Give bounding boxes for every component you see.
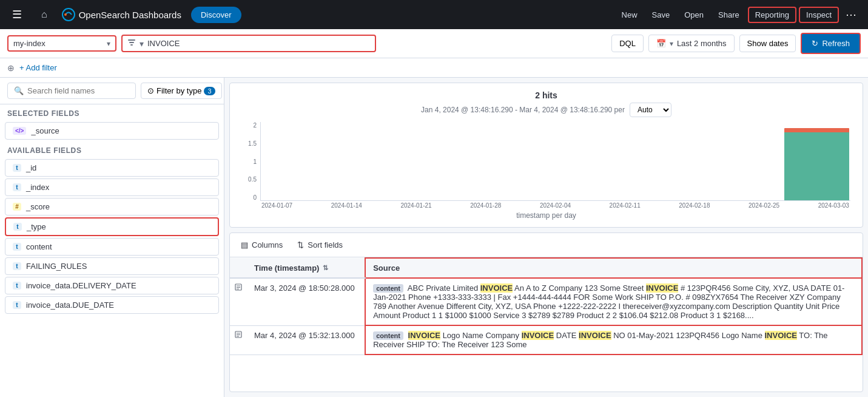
row-expand-icon-1[interactable] <box>232 283 244 294</box>
sidebar: 🔍 ⊙ Filter by type 3 Selected fields </>… <box>0 78 224 397</box>
chart-y-axis: 2 1.5 1 0.5 0 <box>242 122 260 201</box>
content-badge-2: content <box>373 331 403 340</box>
y-label-1-5: 1.5 <box>248 140 257 147</box>
index-selector[interactable]: my-index ▾ <box>7 35 116 52</box>
refresh-button[interactable]: ↻ Refresh <box>801 33 861 54</box>
sort-fields-icon: ⇅ <box>297 240 304 249</box>
field-item-due-date[interactable]: t invoice_data.DUE_DATE <box>5 296 219 314</box>
field-type-t: t <box>13 183 21 191</box>
th-source: Source <box>365 258 862 278</box>
x-label-0121: 2024-01-21 <box>400 202 431 209</box>
app-logo: OpenSearch Dashboards <box>62 8 181 21</box>
filter-by-type-button[interactable]: ⊙ Filter by type 3 <box>141 83 222 99</box>
reporting-link[interactable]: Reporting <box>748 7 796 23</box>
chart-subtitle: Jan 4, 2024 @ 13:48:16.290 - Mar 4, 2024… <box>237 103 855 117</box>
chart-bars <box>260 122 850 201</box>
date-range-picker[interactable]: 📅 ▾ Last 2 months <box>648 35 735 52</box>
field-item-score[interactable]: # _score <box>5 198 219 215</box>
field-item-content[interactable]: t content <box>5 238 219 256</box>
chart-bar-green <box>784 132 849 201</box>
row-expand-cell-1 <box>230 278 247 325</box>
share-link[interactable]: Share <box>712 7 745 23</box>
save-link[interactable]: Save <box>646 7 676 23</box>
row-expand-icon-2[interactable] <box>232 330 244 341</box>
th-source-label: Source <box>373 263 400 273</box>
y-label-0-5: 0.5 <box>248 176 257 183</box>
field-type-t: t <box>13 223 22 231</box>
query-bar[interactable]: ▾ INVOICE <box>121 35 376 52</box>
search-field-wrapper[interactable]: 🔍 <box>7 83 136 99</box>
highlight-invoice-2b: INVOICE <box>522 331 554 340</box>
table-row: Mar 4, 2024 @ 15:32:13.000 content INVOI… <box>230 325 862 355</box>
show-dates-button[interactable]: Show dates <box>739 35 796 52</box>
field-type-hash: # <box>13 203 21 211</box>
new-link[interactable]: New <box>616 7 644 23</box>
th-time: Time (timestamp) ⇅ <box>247 258 365 278</box>
x-label-0211: 2024-02-11 <box>610 202 641 209</box>
document-icon <box>235 283 242 291</box>
sort-fields-button[interactable]: ⇅ Sort fields <box>294 238 346 252</box>
field-item-index[interactable]: t _index <box>5 178 219 196</box>
filter-by-type-label: Filter by type <box>156 86 201 95</box>
y-label-0: 0 <box>253 194 257 201</box>
index-dropdown-icon: ▾ <box>107 39 110 48</box>
chart-hits-title: 2 hits <box>237 90 855 100</box>
x-label-0107: 2024-01-07 <box>261 202 292 209</box>
svg-rect-2 <box>128 39 135 41</box>
field-item-delivery-date[interactable]: t invoice_data.DELIVERY_DATE <box>5 277 219 294</box>
filter-row: ⊕ + Add filter <box>0 58 868 78</box>
table-row: Mar 3, 2024 @ 18:50:28.000 content ABC P… <box>230 278 862 325</box>
source-cell-2: content INVOICE Logo Name Company INVOIC… <box>365 325 862 355</box>
top-navigation: ☰ ⌂ OpenSearch Dashboards Discover New S… <box>0 0 868 29</box>
document-icon <box>235 331 242 338</box>
refresh-label: Refresh <box>822 39 850 48</box>
hamburger-menu-button[interactable]: ☰ <box>7 5 27 24</box>
chart-interval-select[interactable]: Auto Day Week <box>630 103 671 117</box>
field-name-due-date: invoice_data.DUE_DATE <box>26 300 114 310</box>
chart-bars-container: 2024-01-07 2024-01-14 2024-01-21 2024-01… <box>260 122 850 209</box>
svg-point-1 <box>64 13 67 16</box>
svg-rect-4 <box>130 44 133 46</box>
x-label-0128: 2024-01-28 <box>470 202 501 209</box>
query-filter-icon <box>127 38 136 49</box>
field-name-score: _score <box>26 202 50 211</box>
chart-x-axis-title: timestamp per day <box>237 211 855 220</box>
y-label-2: 2 <box>253 122 257 129</box>
results-table-area: ▤ Columns ⇅ Sort fields Time ( <box>229 232 863 392</box>
inspect-link[interactable]: Inspect <box>799 7 839 23</box>
open-link[interactable]: Open <box>678 7 710 23</box>
search-field-input[interactable] <box>27 86 129 95</box>
svg-rect-3 <box>129 42 134 43</box>
field-name-type: _type <box>27 222 46 231</box>
time-value-2: Mar 4, 2024 @ 15:32:13.000 <box>254 331 355 340</box>
content-badge-1: content <box>373 284 403 293</box>
home-button[interactable]: ⌂ <box>36 7 52 22</box>
field-item-type[interactable]: t _type <box>5 217 219 236</box>
add-filter-button[interactable]: + Add filter <box>19 61 57 75</box>
time-cell-1: Mar 3, 2024 @ 18:50:28.000 <box>247 278 365 325</box>
top-nav-links: New Save Open Share Reporting Inspect ⋯ <box>616 5 861 24</box>
dql-button[interactable]: DQL <box>611 35 644 52</box>
x-label-0114: 2024-01-14 <box>331 202 362 209</box>
columns-label: Columns <box>252 240 283 249</box>
selected-field-source: </> _source <box>5 122 219 140</box>
field-name-failing-rules: FAILING_RULES <box>26 262 87 271</box>
filter-expand-icon: ⊕ <box>7 63 15 73</box>
discover-tab[interactable]: Discover <box>191 7 241 23</box>
field-type-t: t <box>13 164 21 172</box>
selected-fields-label: Selected fields <box>0 104 224 120</box>
filter-icon <box>127 38 136 47</box>
chart-bar-last-group <box>784 124 849 200</box>
sort-fields-label: Sort fields <box>308 240 343 249</box>
columns-button[interactable]: ▤ Columns <box>237 238 286 252</box>
search-icon: 🔍 <box>14 86 24 95</box>
field-item-id[interactable]: t _id <box>5 159 219 177</box>
more-options-button[interactable]: ⋯ <box>841 5 861 24</box>
x-label-0225: 2024-02-25 <box>749 202 779 209</box>
date-range-text: Last 2 months <box>677 39 727 48</box>
opensearch-logo-icon <box>62 8 75 21</box>
results-toolbar: ▤ Columns ⇅ Sort fields <box>230 233 863 257</box>
time-sort-icon[interactable]: ⇅ <box>323 264 328 272</box>
field-name-delivery-date: invoice_data.DELIVERY_DATE <box>26 281 136 290</box>
field-item-failing-rules[interactable]: t FAILING_RULES <box>5 257 219 275</box>
